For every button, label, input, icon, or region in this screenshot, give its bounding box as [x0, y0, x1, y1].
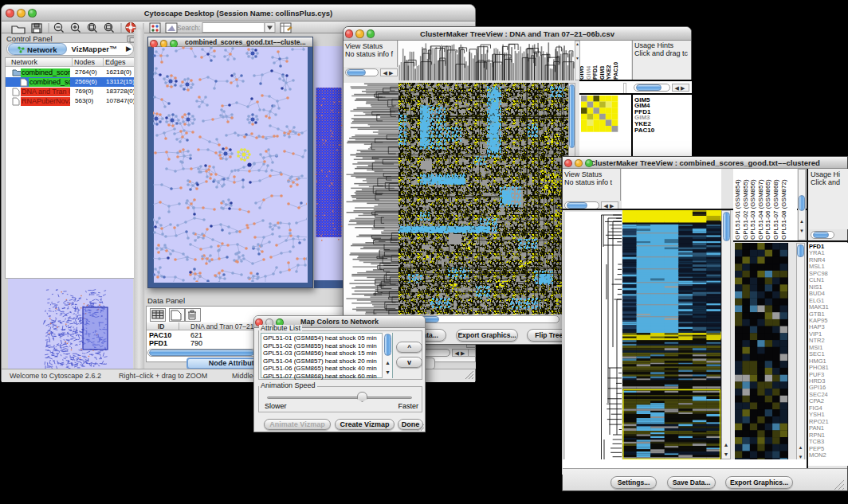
svg-text:GPL51-01 (GSM854): GPL51-01 (GSM854) — [734, 179, 741, 240]
svg-text:GPL51-02 (GSM855): GPL51-02 (GSM855) — [742, 179, 749, 240]
svg-text:GIM5: GIM5 — [580, 66, 584, 80]
svg-text:GPL51-07 (GSM868): GPL51-07 (GSM868) — [772, 179, 779, 240]
svg-text:Search:: Search: — [177, 24, 200, 32]
svg-text:YKE2: YKE2 — [606, 65, 611, 80]
svg-text:GPL51-06 (GSM865): GPL51-06 (GSM865) — [764, 179, 771, 240]
svg-text:GIM4: GIM4 — [586, 66, 591, 80]
svg-text:GIM3: GIM3 — [599, 66, 605, 80]
svg-text:GPL51-04 (GSM857): GPL51-04 (GSM857) — [757, 179, 764, 240]
svg-text:PFD1: PFD1 — [592, 65, 598, 80]
svg-text:PAC10: PAC10 — [634, 127, 655, 134]
svg-text:PAC10: PAC10 — [613, 62, 618, 80]
svg-text:GPL51-03 (GSM856): GPL51-03 (GSM856) — [749, 179, 756, 240]
svg-text:GPL51-08 (GSM872): GPL51-08 (GSM872) — [780, 179, 787, 240]
svg-text:MON2: MON2 — [809, 451, 826, 459]
